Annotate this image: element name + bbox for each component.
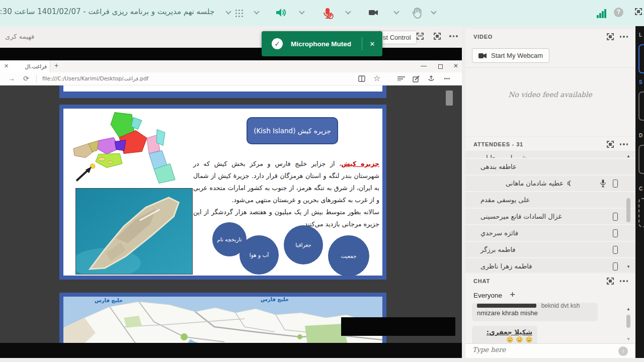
microphone-muted-icon[interactable] [321, 7, 334, 20]
attendee-row[interactable]: شهریار میرجلیلی [465, 151, 635, 158]
chevron-down-icon[interactable] [431, 9, 436, 14]
start-webcam-label: Start My Webcam [491, 52, 543, 59]
webcam-icon[interactable] [367, 7, 379, 19]
slide-title-box: جزیره کیش (Kish Island) [247, 117, 338, 144]
kish-lead-text: جزیره کیش [341, 160, 379, 167]
meeting-toolbar: جلسه نهم مدیریت و برنامه ریزی فراغت - 14… [0, 0, 644, 26]
attendee-mic-icon [600, 179, 606, 188]
attendee-row[interactable]: فائزه سرحدي [465, 225, 635, 241]
video-divider [465, 67, 635, 68]
scroll-down-icon[interactable]: ▼ [626, 264, 630, 269]
chevron-down-icon[interactable] [225, 9, 231, 14]
scroll-up-icon[interactable]: ▲ [626, 307, 630, 312]
zoom-100-icon[interactable]: 100 [417, 33, 424, 40]
check-circle-icon: ✓ [272, 38, 283, 49]
close-window-button[interactable]: ✕ [453, 62, 458, 69]
layout-discussion-button[interactable] [638, 92, 644, 121]
pod-menu-icon[interactable] [449, 35, 458, 37]
raise-hand-icon[interactable] [411, 7, 424, 20]
connection-signal-icon [597, 8, 608, 18]
chat-fullscreen-icon[interactable] [607, 278, 614, 285]
request-control-button[interactable]: st Control [377, 31, 417, 44]
attendee-phone-icon [613, 179, 618, 188]
chevron-down-icon[interactable] [393, 9, 399, 14]
chat-message-fragment: beknid dvt ksh [541, 303, 580, 309]
edge-browser-window: فراغت.ال ✕ + — ✕ → ⟳ file:///C:/Users/Ka… [0, 60, 462, 343]
pdf-scrollbar-thumb[interactable] [446, 90, 453, 106]
persian-gulf-label-left: خلیج فارس [95, 298, 123, 303]
web-note-pen-icon[interactable] [413, 75, 420, 82]
video-menu-icon[interactable] [620, 36, 628, 38]
browser-tab[interactable]: فراغت.ال ✕ [0, 60, 50, 72]
topic-circle-geography: جغرافیا [284, 225, 323, 264]
scrollbar-thumb[interactable] [626, 198, 630, 222]
speaker-on-icon[interactable] [275, 7, 287, 19]
attendee-row[interactable]: فاطمه برزگر [465, 242, 635, 257]
layout-collaboration-button[interactable] [638, 145, 644, 174]
attendee-row[interactable]: عاطفه بندهی [465, 159, 635, 174]
attendee-phone-icon [613, 246, 618, 254]
attendee-row[interactable]: علی یوسفی مقدم [465, 192, 635, 208]
adobe-connect-window: جلسه نهم مدیریت و برنامه ریزی فراغت - 14… [0, 0, 644, 362]
attendees-scrollbar[interactable]: ▲ ▼ [626, 154, 631, 269]
scrollbar-thumb[interactable] [626, 315, 630, 328]
add-chat-tab-icon[interactable]: + [510, 289, 515, 300]
toast-close-icon[interactable]: ✕ [362, 40, 382, 48]
start-webcam-button[interactable]: Start My Webcam [472, 48, 549, 63]
redacted-region [341, 317, 455, 336]
create-layout-button[interactable] [638, 198, 644, 227]
chat-message: شکیلا جعفري: [472, 326, 537, 346]
microphone-muted-toast: ✓ Microphone Muted ✕ [262, 31, 382, 56]
meeting-title: جلسه نهم مدیریت و برنامه ریزی فراغت - 14… [0, 7, 221, 16]
reading-view-icon[interactable] [358, 75, 365, 82]
restore-button[interactable] [438, 64, 443, 69]
fullscreen-icon[interactable] [635, 8, 644, 16]
new-tab-button[interactable]: + [54, 61, 58, 69]
chat-scrollbar[interactable]: ▲ ▼ [626, 307, 631, 342]
attendee-row[interactable]: فاطمه زهرا ناظری [465, 258, 635, 273]
tab-close-icon[interactable]: ✕ [4, 60, 9, 72]
attendee-row[interactable]: غزال السادات قانع میرحسینی [465, 209, 635, 224]
layout-collaboration-label: C [639, 186, 642, 192]
refresh-icon[interactable]: ⟳ [23, 74, 29, 82]
hormozgan-map-image [70, 110, 196, 189]
chevron-down-icon[interactable] [345, 9, 351, 14]
scroll-down-icon[interactable]: ▼ [626, 337, 630, 342]
attendee-row[interactable]: عطیه شادمان ماهانی [465, 175, 635, 191]
attendee-name: فائزه سرحدي [480, 229, 518, 237]
url-text[interactable]: file:///C:/Users/Karimi/Desktop/فراغت.pd… [42, 75, 148, 81]
no-video-message: No video feed available [465, 90, 635, 99]
layout-sharing-button[interactable] [638, 44, 644, 73]
hub-icon[interactable] [397, 76, 405, 81]
presenter-name: فهیمه کری [5, 33, 34, 40]
attendee-name: فاطمه زهرا ناظری [480, 262, 532, 270]
pods-grid-icon[interactable] [235, 10, 243, 17]
attendees-menu-icon[interactable] [620, 143, 628, 145]
send-message-icon[interactable]: ↑ [618, 346, 628, 356]
minimize-button[interactable]: — [421, 62, 427, 69]
layouts-label-fragment: L [639, 32, 642, 38]
forward-arrow-icon[interactable]: → [8, 74, 15, 82]
fullscreen-pod-icon[interactable] [434, 33, 441, 40]
chevron-down-icon[interactable] [299, 9, 304, 14]
pdf-slide-kish: جزیره کیش (Kish Island) جزیره کیش، از جز… [59, 105, 386, 280]
chat-menu-icon[interactable] [620, 280, 628, 282]
chat-tab-everyone[interactable]: Everyone [473, 292, 502, 299]
share-icon[interactable] [428, 75, 435, 82]
browser-address-bar: → ⟳ file:///C:/Users/Karimi/Desktop/فراغ… [0, 72, 462, 85]
topic-circle-population: جمعیت [328, 235, 369, 277]
attendees-fullscreen-icon[interactable] [607, 141, 614, 148]
help-icon[interactable]: ? [614, 8, 623, 17]
layouts-sidebar: L S D C [635, 26, 644, 358]
expressionless-emoji [526, 336, 532, 343]
address-separator [36, 75, 37, 82]
video-fullscreen-icon[interactable] [607, 33, 614, 40]
favorite-star-icon[interactable]: ☆ [373, 73, 380, 83]
attendee-name: شهریار میرجلیلی [480, 154, 527, 158]
scroll-up-icon[interactable]: ▲ [626, 154, 630, 159]
chevron-down-icon[interactable] [254, 9, 259, 14]
chat-input[interactable] [472, 346, 608, 353]
webcam-small-icon [478, 53, 487, 59]
browser-more-icon[interactable]: ⋯ [444, 75, 450, 82]
kish-city-map-image [63, 297, 382, 343]
